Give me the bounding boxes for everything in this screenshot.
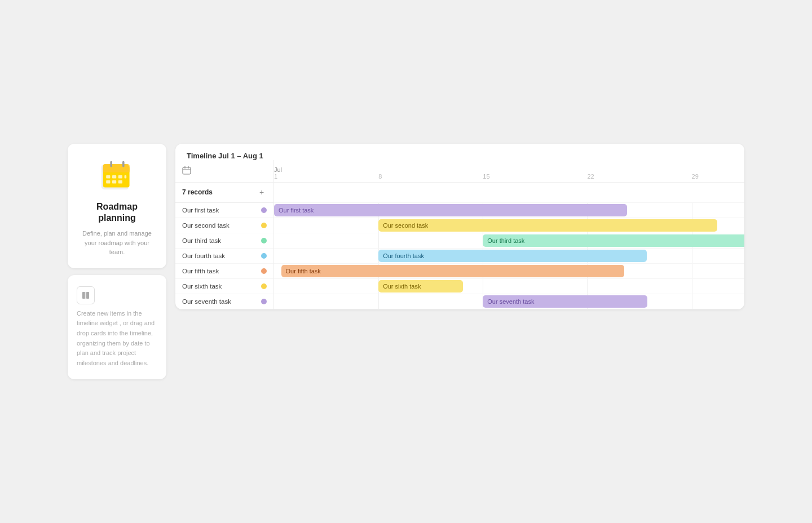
week-divider [587,279,588,294]
task-list-item[interactable]: Our fourth task [175,249,273,264]
gantt-task-row: Our first task [274,203,744,218]
day-label: 1 [274,173,282,180]
gantt-task-row: Our seventh task [274,294,744,309]
gantt-task-row: Our fourth task [274,249,744,264]
task-name: Our fifth task [182,268,219,274]
week-marker: 22 [587,160,594,182]
gantt-bar[interactable]: Our second task [378,219,717,232]
roadmap-card: Roadmap planning Define, plan and manage… [68,144,166,268]
svg-rect-4 [103,168,129,172]
gantt-header: Jul18152229 [274,160,744,183]
gantt-task-row: Our second task [274,218,744,233]
day-label: 29 [692,173,699,180]
task-list-item[interactable]: Our sixth task [175,279,273,294]
svg-rect-9 [106,180,110,183]
task-name: Our fourth task [182,252,225,259]
svg-rect-16 [86,292,89,299]
gantt-task-row: Our sixth task [274,279,744,294]
svg-rect-12 [110,161,112,167]
gantt-task-row: Our third task [274,233,744,249]
week-marker: 8 [378,160,382,182]
task-dot [261,238,267,243]
week-divider [378,294,379,309]
day-label: 15 [483,173,489,180]
timeline-header: Timeline Jul 1 – Aug 1 [175,144,744,160]
svg-rect-15 [82,292,85,299]
task-dot [261,299,267,304]
week-marker: 15 [483,160,489,182]
records-label: 7 records [182,188,213,196]
task-list-item[interactable]: Our third task [175,233,273,249]
task-dot [261,223,267,228]
svg-rect-8 [124,175,126,178]
week-marker: 29 [692,160,699,182]
records-row: 7 records + [175,183,273,203]
roadmap-illustration [97,155,138,196]
svg-rect-10 [112,180,116,183]
week-marker: Jul1 [274,160,282,182]
week-divider [483,279,483,294]
timeline-panel: Timeline Jul 1 – Aug 1 7 records [175,144,744,309]
gantt-rows: Our first taskOur second taskOur third t… [274,183,744,309]
week-divider [378,233,379,248]
svg-rect-5 [106,175,110,178]
task-dot [261,253,267,259]
gantt-bar[interactable]: Our sixth task [378,280,463,292]
task-list-item[interactable]: Our fifth task [175,264,273,279]
help-desc: Create new items in the timeline widget … [77,309,157,369]
task-name: Our first task [182,207,219,214]
task-dot [261,268,267,274]
svg-rect-18 [183,167,191,174]
task-dot [261,283,267,289]
week-divider [692,279,692,294]
task-list-item[interactable]: Our first task [175,203,273,218]
task-list-item[interactable]: Our second task [175,218,273,233]
task-name: Our third task [182,237,221,244]
task-name: Our second task [182,222,230,229]
gantt-bar[interactable]: Our seventh task [483,295,647,308]
week-divider [692,294,692,309]
main-container: Roadmap planning Define, plan and manage… [68,144,744,380]
roadmap-desc: Define, plan and manage your roadmap wit… [77,229,157,257]
gantt-spacer-row [274,183,744,203]
gantt-bar[interactable]: Our first task [274,204,627,216]
day-label: 8 [378,173,382,180]
roadmap-title: Roadmap planning [77,201,157,225]
month-label: Jul [274,166,282,173]
gantt-bar[interactable]: Our fifth task [281,265,625,277]
timeline-body: 7 records + Our first task Our second ta… [175,160,744,309]
week-divider [692,249,692,263]
day-label: 22 [587,173,594,180]
task-list-header-row [175,160,273,183]
task-name: Our sixth task [182,283,222,290]
svg-rect-7 [118,175,122,178]
gantt-bar[interactable]: Our third task [483,234,744,247]
svg-rect-13 [122,161,125,167]
task-name: Our seventh task [182,298,231,305]
week-divider [692,203,692,218]
task-rows-container: Our first task Our second task Our third… [175,203,273,309]
gantt-bar[interactable]: Our fourth task [378,250,646,262]
week-divider [692,264,692,278]
task-dot [261,207,267,213]
add-record-button[interactable]: + [257,187,267,197]
gantt-area: Jul18152229 Our first taskOur second tas… [274,160,744,309]
svg-rect-11 [118,180,122,183]
gantt-task-row: Our fifth task [274,264,744,279]
help-card: Create new items in the timeline widget … [68,275,166,380]
svg-rect-6 [112,175,116,178]
calendar-icon [182,166,191,176]
task-list-item[interactable]: Our seventh task [175,294,273,309]
sidebar: Roadmap planning Define, plan and manage… [68,144,166,380]
book-icon [77,286,95,304]
task-list: 7 records + Our first task Our second ta… [175,160,274,309]
